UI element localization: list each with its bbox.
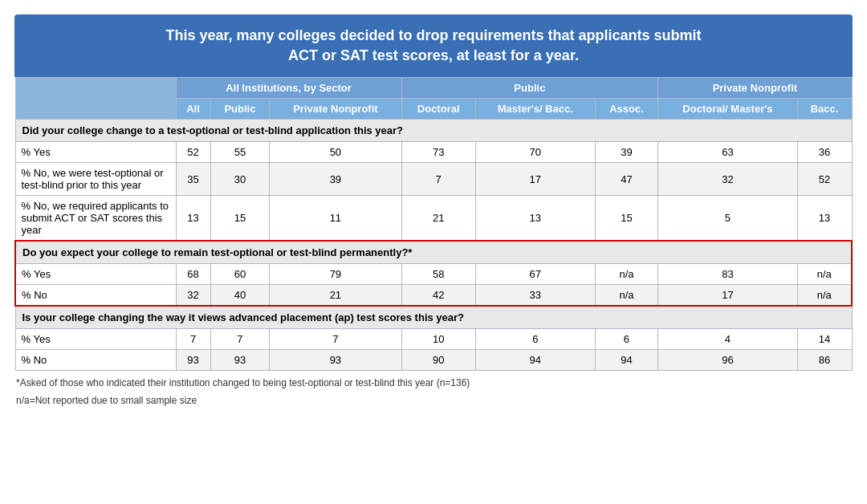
row-label: % No, we required applicants to submit A… <box>15 196 176 242</box>
main-title: This year, many colleges decided to drop… <box>14 14 853 77</box>
footnote-2: n/a=Not reported due to small sample siz… <box>14 395 853 406</box>
table-cell: 6 <box>595 329 658 350</box>
table-cell: 68 <box>176 264 210 285</box>
table-cell: 7 <box>210 329 270 350</box>
table-row: % No, we were test-optional or test-blin… <box>15 163 852 196</box>
table-cell: 32 <box>176 285 210 307</box>
group-private-nonprofit: Private Nonprofit <box>658 78 852 99</box>
table-cell: 39 <box>270 163 401 196</box>
row-label: % No <box>15 285 176 307</box>
table-cell: 90 <box>401 350 475 371</box>
table-cell: 32 <box>658 163 797 196</box>
table-cell: 50 <box>270 142 401 163</box>
table-cell: 39 <box>595 142 658 163</box>
table-cell: 10 <box>401 329 475 350</box>
table-cell: 73 <box>401 142 475 163</box>
table-cell: 42 <box>401 285 475 307</box>
table-cell: 58 <box>401 264 475 285</box>
table-cell: 52 <box>797 163 852 196</box>
table-cell: n/a <box>797 285 852 307</box>
table-cell: 7 <box>176 329 210 350</box>
table-cell: 7 <box>270 329 401 350</box>
table-row: % Yes6860795867n/a83n/a <box>15 264 852 285</box>
sub-assoc: Assoc. <box>595 99 658 120</box>
table-cell: n/a <box>595 264 658 285</box>
sub-doctoral: Doctoral <box>401 99 475 120</box>
table-cell: 79 <box>270 264 401 285</box>
table-cell: 60 <box>210 264 270 285</box>
table-cell: 21 <box>270 285 401 307</box>
sub-masters-bacc: Master's/ Bacc. <box>475 99 595 120</box>
table-cell: 17 <box>475 163 595 196</box>
main-container: This year, many colleges decided to drop… <box>14 14 853 406</box>
table-cell: 13 <box>797 196 852 242</box>
table-cell: 93 <box>176 350 210 371</box>
table-cell: 17 <box>658 285 797 307</box>
section-header-1: Do you expect your college to remain tes… <box>15 241 852 264</box>
row-label: % Yes <box>15 329 176 350</box>
row-label: % Yes <box>15 264 176 285</box>
table-cell: 94 <box>475 350 595 371</box>
sub-doctoral-masters: Doctoral/ Master's <box>658 99 797 120</box>
table-cell: 83 <box>658 264 797 285</box>
table-cell: 15 <box>595 196 658 242</box>
sub-bacc: Bacc. <box>797 99 852 120</box>
row-label: % Yes <box>15 142 176 163</box>
table-cell: 6 <box>475 329 595 350</box>
table-cell: 33 <box>475 285 595 307</box>
row-label: % No, we were test-optional or test-blin… <box>15 163 176 196</box>
table-row: % No3240214233n/a17n/a <box>15 285 852 307</box>
sub-public: Public <box>210 99 270 120</box>
table-cell: 30 <box>210 163 270 196</box>
table-cell: 47 <box>595 163 658 196</box>
table-cell: 5 <box>658 196 797 242</box>
table-cell: 96 <box>658 350 797 371</box>
table-row: % No9393939094949686 <box>15 350 852 371</box>
table-cell: 13 <box>475 196 595 242</box>
table-cell: 11 <box>270 196 401 242</box>
table-cell: 67 <box>475 264 595 285</box>
section-header-2: Is your college changing the way it view… <box>15 306 852 329</box>
table-row: % Yes5255507370396336 <box>15 142 852 163</box>
table-cell: 14 <box>797 329 852 350</box>
table-cell: n/a <box>595 285 658 307</box>
table-cell: 94 <box>595 350 658 371</box>
table-cell: 4 <box>658 329 797 350</box>
table-cell: 35 <box>176 163 210 196</box>
table-cell: 63 <box>658 142 797 163</box>
table-cell: 70 <box>475 142 595 163</box>
table-cell: 21 <box>401 196 475 242</box>
table-cell: 86 <box>797 350 852 371</box>
group-all-institutions: All Institutions, by Sector <box>176 78 401 99</box>
table-cell: 13 <box>176 196 210 242</box>
footnote-1: *Asked of those who indicated their inst… <box>14 377 853 388</box>
table-cell: 15 <box>210 196 270 242</box>
row-label: % No <box>15 350 176 371</box>
table-cell: 40 <box>210 285 270 307</box>
table-cell: 36 <box>797 142 852 163</box>
table-row: % No, we required applicants to submit A… <box>15 196 852 242</box>
table-cell: 55 <box>210 142 270 163</box>
group-public: Public <box>401 78 658 99</box>
table-cell: 93 <box>270 350 401 371</box>
sub-all: All <box>176 99 210 120</box>
table-cell: 52 <box>176 142 210 163</box>
section-header-0: Did your college change to a test-option… <box>15 120 852 142</box>
table-row: % Yes7771066414 <box>15 329 852 350</box>
sub-private-nonprofit: Private Nonprofit <box>270 99 401 120</box>
table-cell: 7 <box>401 163 475 196</box>
table-cell: 93 <box>210 350 270 371</box>
data-table: All Institutions, by Sector Public Priva… <box>14 77 853 371</box>
table-cell: n/a <box>797 264 852 285</box>
